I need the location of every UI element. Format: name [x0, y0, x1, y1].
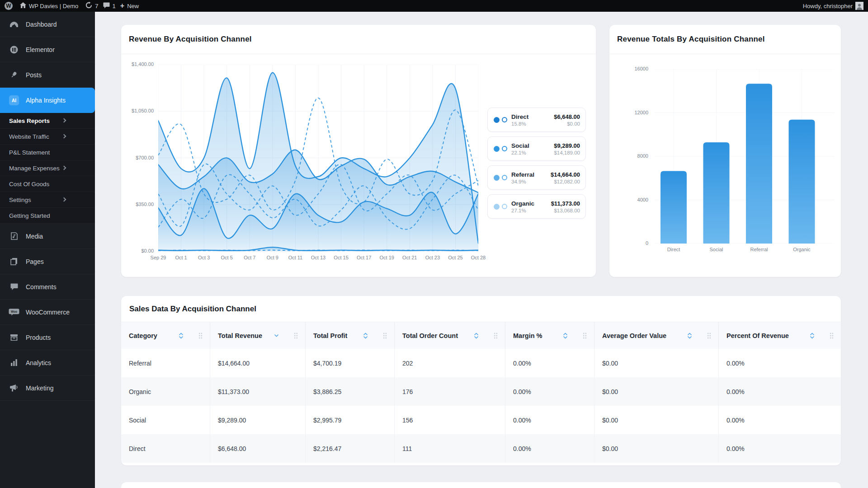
column-header-margin-[interactable]: Margin %: [505, 322, 594, 349]
column-header-total-profit[interactable]: Total Profit: [306, 322, 395, 349]
chevron-right-icon: [62, 118, 66, 123]
y-axis-tick-label: $350.00: [122, 202, 154, 207]
legend-channel-name: Social: [511, 142, 529, 150]
y-axis-tick-label: 12000: [618, 110, 648, 115]
column-drag-handle-icon[interactable]: [494, 332, 498, 339]
submenu-item-getting-started[interactable]: Getting Started: [0, 208, 95, 224]
sidebar-item-label: Media: [26, 233, 43, 240]
column-header-label: Total Order Count: [402, 332, 458, 339]
sidebar-item-alpha-insights[interactable]: AIAlpha Insights: [0, 88, 95, 113]
bar-direct: [660, 171, 687, 244]
submenu-item-settings[interactable]: Settings: [0, 192, 95, 208]
column-drag-handle-icon[interactable]: [198, 332, 203, 339]
next-card-partial: [121, 482, 841, 488]
table-cell: $6,648.00: [210, 434, 306, 463]
table-cell: $0.00: [594, 377, 719, 406]
column-header-label: Total Revenue: [218, 332, 262, 339]
column-header-category[interactable]: Category: [121, 322, 210, 349]
legend-channel-name: Referral: [511, 171, 534, 179]
chevron-right-icon: [62, 134, 66, 139]
table-cell: $2,995.79: [306, 406, 395, 434]
column-header-percent-of-revenue[interactable]: Percent Of Revenue: [719, 322, 841, 349]
submenu-item-cost-of-goods[interactable]: Cost Of Goods: [0, 176, 95, 192]
column-drag-handle-icon[interactable]: [707, 332, 711, 339]
column-drag-handle-icon[interactable]: [294, 332, 298, 339]
column-header-total-order-count[interactable]: Total Order Count: [395, 322, 505, 349]
sidebar-item-media[interactable]: Media: [0, 224, 95, 249]
legend-card-social[interactable]: Social22.1%$9,289.00$14,189.00: [487, 136, 586, 161]
sort-descending-icon[interactable]: [274, 334, 279, 338]
column-header-average-order-value[interactable]: Average Order Value: [594, 322, 719, 349]
home-icon: [20, 2, 26, 9]
sidebar-item-analytics[interactable]: Analytics: [0, 350, 95, 375]
column-drag-handle-icon[interactable]: [383, 332, 387, 339]
table-cell: $11,373.00: [210, 377, 306, 406]
site-menu[interactable]: WP Davies | Demo: [20, 0, 78, 12]
sort-toggle-icon[interactable]: [810, 332, 815, 339]
column-drag-handle-icon[interactable]: [830, 332, 834, 339]
legend-channel-percent: 34.9%: [511, 179, 534, 184]
sidebar-item-label: Posts: [26, 71, 42, 79]
legend-card-direct[interactable]: Direct15.8%$6,648.00$0.00: [487, 108, 586, 132]
sidebar-item-dashboard[interactable]: Dashboard: [0, 12, 95, 37]
sidebar-item-comments[interactable]: Comments: [0, 274, 95, 300]
bar-organic: [789, 120, 815, 244]
bar-chart-svg: [655, 69, 835, 244]
sidebar-item-woocommerce[interactable]: WooWooCommerce: [0, 300, 95, 325]
table-cell: 0.00%: [505, 377, 594, 406]
legend-current-value: $6,648.00: [554, 113, 580, 121]
sidebar-item-marketing[interactable]: Marketing: [0, 375, 95, 401]
legend-card-organic[interactable]: Organic27.1%$11,373.00$13,068.00: [487, 194, 586, 219]
main-content: Revenue By Acquisition Channel $1,400.00…: [95, 12, 868, 488]
sort-toggle-icon[interactable]: [474, 332, 479, 339]
wordpress-logo-icon[interactable]: W: [5, 0, 13, 12]
sidebar-item-label: Comments: [26, 283, 57, 291]
submenu-item-website-traffic[interactable]: Website Traffic: [0, 129, 95, 145]
comments-menu[interactable]: 1: [103, 0, 116, 12]
table-row-social: Social$9,289.00$2,995.791560.00%$0.000.0…: [121, 406, 841, 434]
table-cell: 0.00%: [719, 406, 841, 434]
chevron-right-icon: [62, 166, 66, 170]
table-cell: 0.00%: [719, 349, 841, 377]
svg-text:Woo: Woo: [11, 310, 17, 313]
table-cell: 0.00%: [719, 434, 841, 463]
y-axis-tick-label: $1,050.00: [122, 108, 154, 113]
submenu-item-sales-reports[interactable]: Sales Reports: [0, 113, 95, 129]
revenue-totals-title: Revenue Totals By Acquisition Channel: [609, 25, 841, 54]
x-axis-category-label: Referral: [741, 247, 777, 252]
table-cell: Referral: [121, 349, 210, 377]
submenu-item-p-l-statement[interactable]: P&L Statement: [0, 145, 95, 160]
sort-toggle-icon[interactable]: [563, 332, 568, 339]
alpha-insights-badge-icon: AI: [9, 95, 19, 105]
column-drag-handle-icon[interactable]: [583, 332, 587, 339]
submenu-item-manage-expenses[interactable]: Manage Expenses: [0, 160, 95, 176]
table-cell: 0.00%: [505, 406, 594, 434]
sidebar-item-elementor[interactable]: Elementor: [0, 37, 95, 62]
sort-toggle-icon[interactable]: [687, 332, 692, 339]
sidebar-item-label: WooCommerce: [26, 309, 70, 316]
legend-card-referral[interactable]: Referral34.9%$14,664.00$12,082.00: [487, 165, 586, 190]
submenu-item-label: Settings: [9, 197, 31, 203]
awaiting-comments-count: 1: [113, 3, 116, 9]
updates-menu[interactable]: 7: [85, 0, 98, 12]
submenu-item-label: P&L Statement: [9, 149, 50, 156]
woocommerce-icon: Woo: [9, 308, 19, 316]
sidebar-item-label: Analytics: [26, 359, 51, 366]
sort-toggle-icon[interactable]: [179, 332, 184, 339]
revenue-by-channel-title: Revenue By Acquisition Channel: [121, 25, 596, 54]
sidebar-item-label: Marketing: [26, 385, 53, 392]
new-content-menu[interactable]: + New: [120, 0, 139, 12]
table-cell: $0.00: [594, 434, 719, 463]
sidebar-item-pages[interactable]: Pages: [0, 249, 95, 274]
y-axis-tick-label: $1,400.00: [122, 61, 154, 67]
my-account-menu[interactable]: Howdy, christopher: [803, 0, 863, 12]
submenu-item-label: Manage Expenses: [9, 165, 60, 172]
column-header-total-revenue[interactable]: Total Revenue: [210, 322, 306, 349]
sidebar-item-products[interactable]: Products: [0, 325, 95, 350]
sidebar-item-label: Dashboard: [26, 21, 57, 28]
products-icon: [9, 334, 19, 341]
bar-social: [703, 142, 730, 244]
x-axis-category-label: Social: [698, 247, 735, 252]
sort-toggle-icon[interactable]: [363, 332, 368, 339]
sidebar-item-posts[interactable]: Posts: [0, 62, 95, 88]
